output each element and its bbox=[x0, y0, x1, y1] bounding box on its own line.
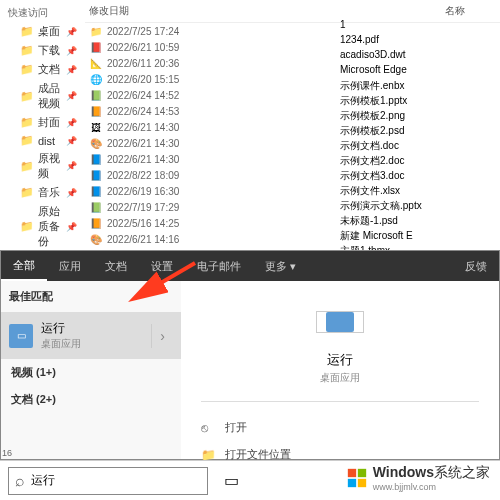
file-row[interactable]: 🎨2022/6/21 14:16 bbox=[85, 231, 500, 247]
file-name[interactable]: 示例文档3.doc bbox=[340, 168, 422, 183]
search-results-list: 最佳匹配 ▭ 运行 桌面应用 › 视频 (1+)文档 (2+) bbox=[1, 281, 181, 459]
file-row[interactable]: 📘2022/6/21 14:30 bbox=[85, 151, 500, 167]
file-name[interactable]: 示例模板2.psd bbox=[340, 123, 422, 138]
taskbar: ⌕ ▭ Windows系统之家 www.bjjmlv.com bbox=[0, 460, 500, 500]
file-row[interactable]: 📕2022/6/21 10:59 bbox=[85, 39, 500, 55]
windows-logo-icon bbox=[347, 468, 367, 488]
file-name[interactable]: 示例模板2.png bbox=[340, 108, 422, 123]
quick-access-header: 快速访问 bbox=[0, 4, 85, 22]
task-view-icon[interactable]: ▭ bbox=[216, 466, 246, 496]
result-title: 运行 bbox=[41, 320, 143, 337]
file-type-icon: 📗 bbox=[89, 200, 103, 214]
search-result-run[interactable]: ▭ 运行 桌面应用 › bbox=[1, 312, 181, 359]
file-name[interactable]: 示例文档2.doc bbox=[340, 153, 422, 168]
search-tab-3[interactable]: 设置 bbox=[139, 251, 185, 281]
file-row[interactable]: 📘2022/6/19 16:30 bbox=[85, 183, 500, 199]
file-type-icon: 📐 bbox=[89, 56, 103, 70]
file-row[interactable]: 📗2022/7/19 17:29 bbox=[85, 199, 500, 215]
svg-rect-3 bbox=[358, 469, 366, 477]
search-tab-1[interactable]: 应用 bbox=[47, 251, 93, 281]
file-name[interactable]: 示例模板1.pptx bbox=[340, 93, 422, 108]
file-row[interactable]: 🖼2022/6/21 14:30 bbox=[85, 119, 500, 135]
folder-icon: 📁 bbox=[20, 186, 34, 199]
pin-icon: 📌 bbox=[66, 65, 77, 75]
file-row[interactable]: 📗2022/6/24 14:52 bbox=[85, 87, 500, 103]
file-list-header: 修改日期 名称 bbox=[85, 0, 500, 23]
search-tabs: 全部应用文档设置电子邮件更多 ▾ 反馈 bbox=[1, 251, 499, 281]
file-list: 修改日期 名称 📁2022/7/25 17:24📕2022/6/21 10:59… bbox=[85, 0, 500, 260]
search-category[interactable]: 视频 (1+) bbox=[1, 359, 181, 386]
file-name[interactable]: 1234.pdf bbox=[340, 33, 422, 48]
svg-rect-2 bbox=[348, 469, 356, 477]
expand-arrow-icon[interactable]: › bbox=[151, 324, 173, 348]
pin-icon: 📌 bbox=[66, 91, 77, 101]
watermark-brand: Windows bbox=[373, 464, 434, 480]
sidebar-item-0[interactable]: 📁桌面📌 bbox=[0, 22, 85, 41]
column-date[interactable]: 修改日期 bbox=[85, 4, 195, 18]
search-input[interactable] bbox=[31, 474, 201, 488]
folder-icon: 📁 bbox=[20, 134, 34, 147]
folder-icon: 📁 bbox=[20, 90, 34, 103]
file-name[interactable]: 示例文件.xlsx bbox=[340, 183, 422, 198]
open-icon: ⎋ bbox=[201, 421, 215, 435]
file-type-icon: 🌐 bbox=[89, 72, 103, 86]
search-tab-0[interactable]: 全部 bbox=[1, 251, 47, 281]
taskbar-search[interactable]: ⌕ bbox=[8, 467, 208, 495]
search-tab-4[interactable]: 电子邮件 bbox=[185, 251, 253, 281]
run-app-icon: ▭ bbox=[9, 324, 33, 348]
file-type-icon: 📘 bbox=[89, 152, 103, 166]
file-row[interactable]: 📘2022/8/22 18:09 bbox=[85, 167, 500, 183]
sidebar-item-7[interactable]: 📁音乐📌 bbox=[0, 183, 85, 202]
file-row[interactable]: 🌐2022/6/20 15:15 bbox=[85, 71, 500, 87]
sidebar-item-2[interactable]: 📁文档📌 bbox=[0, 60, 85, 79]
search-tab-2[interactable]: 文档 bbox=[93, 251, 139, 281]
file-row[interactable]: 📙2022/6/24 14:53 bbox=[85, 103, 500, 119]
sidebar-item-4[interactable]: 📁封面📌 bbox=[0, 113, 85, 132]
file-type-icon: 🎨 bbox=[89, 232, 103, 246]
sidebar-item-6[interactable]: 📁原视频📌 bbox=[0, 149, 85, 183]
sidebar: 快速访问 📁桌面📌📁下载📌📁文档📌📁成品视频📌📁封面📌📁dist📌📁原视频📌📁音… bbox=[0, 0, 85, 260]
watermark-tagline: 系统之家 bbox=[434, 464, 490, 480]
best-match-header: 最佳匹配 bbox=[1, 281, 181, 312]
file-name[interactable]: acadiso3D.dwt bbox=[340, 48, 422, 63]
file-name[interactable]: 1 bbox=[340, 18, 422, 33]
folder-icon: 📁 bbox=[20, 25, 34, 38]
file-type-icon: 📗 bbox=[89, 88, 103, 102]
detail-action-open[interactable]: ⎋打开 bbox=[201, 414, 479, 441]
feedback-link[interactable]: 反馈 bbox=[453, 259, 499, 274]
sidebar-item-5[interactable]: 📁dist📌 bbox=[0, 132, 85, 149]
file-type-icon: 📙 bbox=[89, 216, 103, 230]
file-name[interactable]: 示例课件.enbx bbox=[340, 78, 422, 93]
pin-icon: 📌 bbox=[66, 136, 77, 146]
search-category[interactable]: 文档 (2+) bbox=[1, 386, 181, 413]
file-row[interactable]: 📐2022/6/11 20:36 bbox=[85, 55, 500, 71]
svg-rect-5 bbox=[358, 479, 366, 487]
search-tab-5[interactable]: 更多 ▾ bbox=[253, 251, 308, 281]
file-type-icon: 🖼 bbox=[89, 120, 103, 134]
file-type-icon: 📘 bbox=[89, 168, 103, 182]
pin-icon: 📌 bbox=[66, 222, 77, 232]
file-explorer: 快速访问 📁桌面📌📁下载📌📁文档📌📁成品视频📌📁封面📌📁dist📌📁原视频📌📁音… bbox=[0, 0, 500, 260]
file-row[interactable]: 📙2022/5/16 14:25 bbox=[85, 215, 500, 231]
pin-icon: 📌 bbox=[66, 188, 77, 198]
sidebar-item-8[interactable]: 📁原始质备份📌 bbox=[0, 202, 85, 251]
file-row[interactable]: 🎨2022/6/21 14:30 bbox=[85, 135, 500, 151]
result-subtitle: 桌面应用 bbox=[41, 337, 143, 351]
sidebar-item-1[interactable]: 📁下载📌 bbox=[0, 41, 85, 60]
clock-fragment: 16 bbox=[2, 448, 12, 458]
folder-icon: 📁 bbox=[20, 160, 34, 173]
watermark: Windows系统之家 www.bjjmlv.com bbox=[347, 464, 490, 492]
file-row[interactable]: 📁2022/7/25 17:24 bbox=[85, 23, 500, 39]
file-name[interactable]: 示例文档.doc bbox=[340, 138, 422, 153]
file-name[interactable]: Microsoft Edge bbox=[340, 63, 422, 78]
folder-icon: 📁 bbox=[20, 44, 34, 57]
file-name[interactable]: 示例演示文稿.pptx bbox=[340, 198, 422, 213]
file-name[interactable]: 新建 Microsoft E bbox=[340, 228, 422, 243]
file-name[interactable]: 未标题-1.psd bbox=[340, 213, 422, 228]
file-type-icon: 🎨 bbox=[89, 136, 103, 150]
pin-icon: 📌 bbox=[66, 46, 77, 56]
pin-icon: 📌 bbox=[66, 118, 77, 128]
file-type-icon: 📁 bbox=[89, 24, 103, 38]
column-name[interactable]: 名称 bbox=[195, 4, 465, 18]
sidebar-item-3[interactable]: 📁成品视频📌 bbox=[0, 79, 85, 113]
